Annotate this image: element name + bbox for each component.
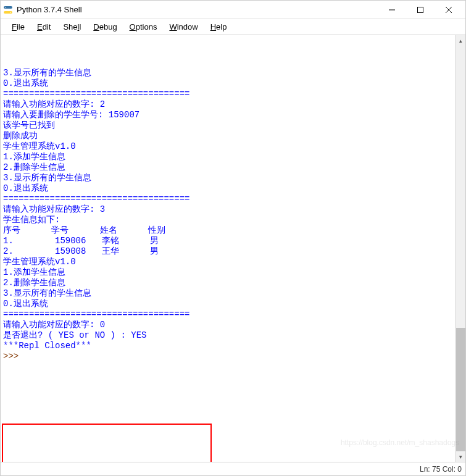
menu-debug[interactable]: Debug	[87, 21, 123, 33]
console-line: 0.退出系统	[3, 183, 452, 194]
close-button[interactable]	[435, 1, 463, 19]
console-line: ====================================	[3, 194, 452, 204]
svg-rect-5	[418, 7, 423, 12]
console-line: 该学号已找到	[3, 120, 452, 131]
console-line: ***Repl Closed***	[3, 341, 452, 351]
console-line: 2. 159008 王华 男	[3, 246, 452, 257]
console-line: 请输入功能对应的数字: 0	[3, 320, 452, 330]
console-line: 学生信息如下:	[3, 215, 452, 225]
window-title: Python 3.7.4 Shell	[17, 5, 378, 14]
scroll-thumb[interactable]	[456, 328, 465, 451]
console-line: 1.添加学生信息	[3, 152, 452, 162]
svg-rect-1	[4, 11, 12, 14]
console-output[interactable]: 3.显示所有的学生信息0.退出系统=======================…	[1, 35, 455, 462]
console-line: 请输入要删除的学生学号: 159007	[3, 110, 452, 120]
highlight-box	[2, 424, 212, 462]
title-bar: Python 3.7.4 Shell	[1, 1, 465, 19]
svg-rect-0	[4, 6, 12, 9]
console-line: 3.显示所有的学生信息	[3, 288, 452, 299]
minimize-button[interactable]	[378, 1, 406, 19]
maximize-button[interactable]	[406, 1, 435, 19]
console-line: 序号 学号 姓名 性别	[3, 225, 452, 236]
console-line: 1.添加学生信息	[3, 267, 452, 278]
console-line: 0.退出系统	[3, 78, 452, 89]
console-line: 是否退出? ( YES or NO ) : YES	[3, 330, 452, 341]
console-line: 请输入功能对应的数字: 3	[3, 204, 452, 215]
cursor-position: Ln: 75 Col: 0	[420, 465, 462, 474]
menu-window[interactable]: Window	[163, 21, 204, 33]
scroll-down-arrow[interactable]: ▾	[456, 451, 466, 462]
console-line: 2.删除学生信息	[3, 162, 452, 173]
console-line: 请输入功能对应的数字: 2	[3, 99, 452, 110]
scroll-up-arrow[interactable]: ▴	[456, 35, 466, 46]
window-controls	[378, 1, 463, 19]
content-area: 3.显示所有的学生信息0.退出系统=======================…	[1, 35, 465, 462]
status-bar: Ln: 75 Col: 0	[1, 462, 465, 475]
svg-point-3	[10, 12, 11, 13]
console-line: 删除成功	[3, 131, 452, 141]
menu-options[interactable]: Options	[123, 21, 164, 33]
menu-bar: File Edit Shell Debug Options Window Hel…	[1, 19, 465, 35]
console-line: 3.显示所有的学生信息	[3, 173, 452, 183]
menu-shell[interactable]: Shell	[57, 21, 87, 33]
console-line: 3.显示所有的学生信息	[3, 68, 452, 78]
app-icon	[3, 5, 13, 15]
console-line: ====================================	[3, 89, 452, 99]
menu-file[interactable]: File	[6, 21, 31, 33]
console-line: 1. 159006 李铭 男	[3, 236, 452, 246]
console-line: 学生管理系统v1.0	[3, 141, 452, 152]
svg-point-2	[5, 7, 6, 8]
console-line: 0.退出系统	[3, 299, 452, 309]
menu-help[interactable]: Help	[204, 21, 233, 33]
vertical-scrollbar[interactable]: ▴ ▾	[455, 35, 465, 462]
console-line: 2.删除学生信息	[3, 278, 452, 288]
prompt-line[interactable]: >>>	[3, 351, 452, 362]
menu-edit[interactable]: Edit	[31, 21, 57, 33]
console-line: ====================================	[3, 309, 452, 320]
console-line: 学生管理系统v1.0	[3, 257, 452, 267]
